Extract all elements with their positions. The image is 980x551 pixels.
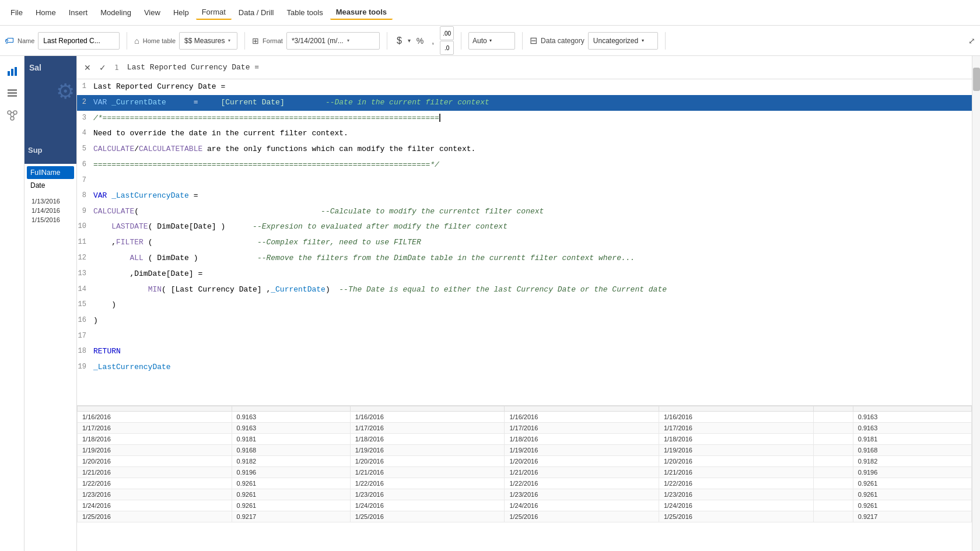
data-category-group: ⊟ Data category Uncategorized ▾	[530, 32, 658, 50]
auto-dropdown[interactable]: Auto ▾	[468, 32, 515, 50]
thumbnail-sal-text: Sal	[29, 63, 41, 72]
vertical-scrollbar[interactable]	[972, 56, 980, 551]
svg-line-10	[10, 114, 12, 117]
menu-home[interactable]: Home	[30, 6, 62, 19]
table-cell	[813, 456, 853, 467]
data-category-label: Data category	[541, 37, 584, 45]
table-cell: 1/19/2016	[505, 445, 659, 456]
home-table-label: Home table	[143, 37, 176, 44]
date-entry-2[interactable]: 1/15/2016	[28, 215, 73, 224]
format-value: *3/14/2001 (m/...	[292, 37, 344, 45]
date-entry-1[interactable]: 1/14/2016	[28, 206, 73, 215]
table-cell: 1/20/2016	[659, 456, 813, 467]
table-row: 1/25/20160.92171/25/20161/25/20161/25/20…	[78, 511, 972, 522]
dollar-arrow[interactable]: ▾	[408, 37, 411, 44]
table-cell: 1/16/2016	[350, 412, 505, 423]
table-row: 1/18/20160.91811/18/20161/18/20161/18/20…	[78, 434, 972, 445]
report-icon	[6, 65, 18, 77]
format-dropdown[interactable]: *3/14/2001 (m/... ▾	[286, 32, 380, 50]
table-area[interactable]: 1/16/20160.91631/16/20161/16/20161/16/20…	[77, 405, 972, 551]
table-cell: 1/18/2016	[659, 434, 813, 445]
menu-file[interactable]: File	[5, 6, 29, 19]
date-entry-0[interactable]: 1/13/2016	[28, 196, 73, 206]
code-line-10: 10 LASTDATE( DimDate[Date] ) --Expresion…	[77, 219, 972, 235]
scroll-thumb[interactable]	[973, 68, 980, 91]
menu-table-tools[interactable]: Table tools	[281, 6, 328, 19]
table-row: 1/16/20160.91631/16/20161/16/20161/16/20…	[78, 412, 972, 423]
menu-data-drill[interactable]: Data / Drill	[233, 6, 280, 19]
model-icon-btn[interactable]	[2, 105, 23, 126]
auto-value: Auto	[473, 37, 487, 45]
table-cell: 0.9168	[853, 445, 971, 456]
table-cell: 1/23/2016	[505, 489, 659, 500]
format-group: ⊞ Format *3/14/2001 (m/... ▾	[252, 32, 380, 50]
table-cell: 0.9261	[853, 500, 971, 511]
code-line-5: 5 CALCULATE/CALCULATETABLE are the only …	[77, 142, 972, 157]
home-table-dropdown[interactable]: $$ Measures ▾	[179, 32, 237, 50]
formula-close-button[interactable]: ✕	[82, 62, 93, 73]
svg-rect-3	[8, 89, 17, 91]
table-cell: 1/22/2016	[659, 478, 813, 489]
decimal-increase-button[interactable]: .00	[440, 26, 454, 40]
table-cell: 1/25/2016	[350, 511, 505, 522]
table-cell	[813, 423, 853, 434]
table-cell: 1/25/2016	[659, 511, 813, 522]
code-line-2: 2 VAR _CurrentDate = [Current Date] --Da…	[77, 95, 972, 111]
field-fullname[interactable]: FullName	[27, 166, 74, 179]
sep3	[387, 32, 387, 50]
table-cell: 1/21/2016	[505, 467, 659, 478]
menu-insert[interactable]: Insert	[63, 6, 94, 19]
home-table-value: $$ Measures	[184, 37, 225, 45]
col-header-2[interactable]	[350, 406, 505, 412]
comma-button[interactable]: ,	[429, 35, 436, 47]
table-cell: 1/21/2016	[350, 467, 505, 478]
percent-button[interactable]: %	[414, 35, 426, 47]
formula-check-button[interactable]: ✓	[97, 62, 108, 73]
decimal-decrease-button[interactable]: .0	[440, 41, 454, 55]
expand-icon[interactable]: ⤢	[968, 36, 975, 45]
dollar-button[interactable]: $	[394, 34, 404, 47]
name-group: 🏷 Name	[5, 32, 120, 50]
table-cell: 0.9261	[232, 489, 350, 500]
table-cell: 1/17/2016	[659, 423, 813, 434]
name-input[interactable]	[38, 32, 120, 50]
table-cell: 0.9163	[232, 412, 350, 423]
table-cell	[813, 500, 853, 511]
table-cell: 1/18/2016	[78, 434, 232, 445]
menu-bar: File Home Insert Modeling View Help Form…	[0, 0, 980, 26]
col-header-5[interactable]	[813, 406, 853, 412]
code-editor[interactable]: 1 Last Reported Currency Date = 2 VAR _C…	[77, 79, 972, 405]
data-category-dropdown[interactable]: Uncategorized ▾	[588, 32, 658, 50]
col-header-1[interactable]	[232, 406, 350, 412]
data-category-value: Uncategorized	[593, 37, 638, 45]
svg-point-8	[10, 117, 14, 120]
code-line-4: 4 Need to override the date in the curre…	[77, 126, 972, 142]
report-icon-btn[interactable]	[2, 61, 23, 82]
code-line-7: 7	[77, 173, 972, 188]
data-icon-btn[interactable]	[2, 83, 23, 104]
data-icon	[6, 87, 18, 99]
field-date[interactable]: Date	[27, 179, 74, 192]
editor-area: ✕ ✓ 1 Last Reported Currency Date = 1 La…	[77, 56, 972, 551]
line-indicator: 1	[114, 63, 119, 72]
table-row: 1/23/20160.92611/23/20161/23/20161/23/20…	[78, 489, 972, 500]
menu-view[interactable]: View	[138, 6, 166, 19]
table-cell: 1/21/2016	[659, 467, 813, 478]
table-cell: 1/25/2016	[505, 511, 659, 522]
menu-help[interactable]: Help	[167, 6, 195, 19]
menu-measure-tools[interactable]: Measure tools	[330, 5, 393, 20]
col-header-date[interactable]	[78, 406, 232, 412]
menu-modeling[interactable]: Modeling	[94, 6, 137, 19]
menu-format[interactable]: Format	[196, 5, 232, 20]
col-header-4[interactable]	[659, 406, 813, 412]
table-cell: 0.9163	[853, 412, 971, 423]
table-cell: 1/16/2016	[78, 412, 232, 423]
col-header-3[interactable]	[505, 406, 659, 412]
code-line-8: 8 VAR _LastCurrencyDate =	[77, 188, 972, 204]
table-cell: 0.9182	[232, 456, 350, 467]
svg-line-11	[13, 114, 15, 117]
col-header-6[interactable]	[853, 406, 971, 412]
code-line-17: 17	[77, 329, 972, 344]
formula-content[interactable]: Last Reported Currency Date =	[125, 61, 967, 74]
table-cell	[813, 445, 853, 456]
